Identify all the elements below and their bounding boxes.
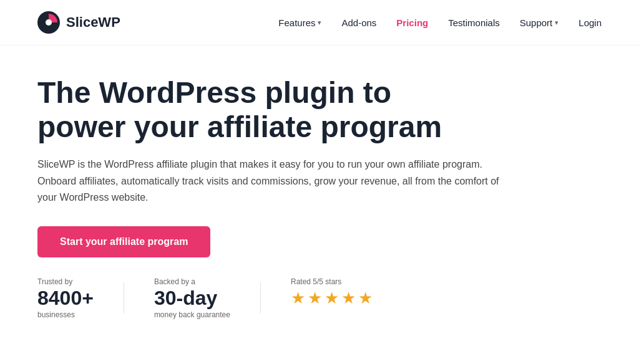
- hero-title: The WordPress plugin to power your affil…: [37, 75, 474, 144]
- nav-item-addons[interactable]: Add-ons: [341, 17, 376, 28]
- site-header: SliceWP Features ▾ Add-ons Pricing Testi…: [0, 0, 639, 46]
- stat-rated: Rated 5/5 stars ★ ★ ★ ★ ★: [291, 277, 373, 308]
- stats-row: Trusted by 8400+ businesses Backed by a …: [37, 277, 602, 319]
- logo-text: SliceWP: [66, 14, 120, 31]
- star-3: ★: [324, 289, 339, 308]
- star-4: ★: [341, 289, 356, 308]
- stat-backed-sub: money back guarantee: [154, 310, 230, 319]
- star-2: ★: [308, 289, 322, 308]
- logo-icon: [37, 11, 60, 34]
- chevron-down-icon: ▾: [555, 19, 559, 27]
- main-nav: Features ▾ Add-ons Pricing Testimonials …: [278, 17, 602, 28]
- stat-backed-label: Backed by a: [154, 277, 230, 286]
- stat-trusted-sub: businesses: [37, 310, 94, 319]
- hero-section: The WordPress plugin to power your affil…: [0, 46, 639, 319]
- nav-item-testimonials[interactable]: Testimonials: [448, 17, 500, 28]
- stat-trusted: Trusted by 8400+ businesses: [37, 277, 94, 319]
- star-1: ★: [291, 289, 305, 308]
- stat-backed: Backed by a 30-day money back guarantee: [154, 277, 230, 319]
- nav-item-pricing[interactable]: Pricing: [396, 17, 428, 28]
- logo[interactable]: SliceWP: [37, 11, 120, 34]
- stat-trusted-label: Trusted by: [37, 277, 94, 286]
- nav-login-link[interactable]: Login: [578, 17, 602, 28]
- stat-rated-label: Rated 5/5 stars: [291, 277, 373, 286]
- star-5: ★: [358, 289, 373, 308]
- hero-description: SliceWP is the WordPress affiliate plugi…: [37, 156, 499, 206]
- chevron-down-icon: ▾: [318, 19, 321, 27]
- stars-container: ★ ★ ★ ★ ★: [291, 289, 373, 308]
- nav-item-support[interactable]: Support ▾: [520, 17, 559, 28]
- stat-divider-1: [124, 282, 124, 314]
- stat-backed-value: 30-day: [154, 287, 230, 309]
- stat-divider-2: [260, 282, 261, 314]
- svg-point-1: [46, 19, 52, 26]
- nav-item-features[interactable]: Features ▾: [278, 17, 321, 28]
- stat-trusted-value: 8400+: [37, 287, 94, 309]
- cta-button[interactable]: Start your affiliate program: [37, 226, 210, 257]
